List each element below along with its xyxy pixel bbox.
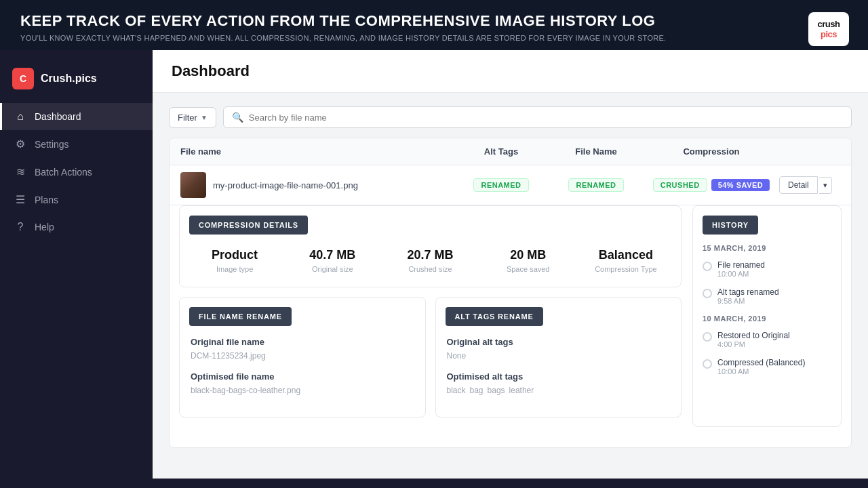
sidebar-brand: C Crush.pics bbox=[0, 58, 153, 103]
filter-button[interactable]: Filter ▼ bbox=[169, 107, 216, 128]
compression-section: COMPRESSION DETAILS Product Image type 4… bbox=[179, 205, 682, 427]
banner-title: KEEP TRACK OF EVERY ACTION FROM THE COMP… bbox=[20, 12, 848, 30]
plans-icon: ☰ bbox=[14, 193, 26, 206]
detail-button[interactable]: Detail bbox=[779, 176, 818, 194]
compression-stats: Product Image type 40.7 MB Original size… bbox=[180, 235, 681, 287]
logo-text-bottom: pics bbox=[821, 29, 837, 39]
stat-image-type: Product Image type bbox=[189, 248, 280, 273]
stat-compression-type: Balanced Compression Type bbox=[580, 248, 671, 273]
history-entry: Alt tags renamed 9:58 AM bbox=[703, 287, 831, 305]
sidebar-item-label: Batch Actions bbox=[35, 167, 92, 178]
history-dot bbox=[703, 332, 712, 342]
home-icon: ⌂ bbox=[14, 110, 26, 123]
sidebar-nav: ⌂ Dashboard ⚙ Settings ≋ Batch Actions ☰… bbox=[0, 103, 153, 241]
alt-tags-panel: ALT TAGS RENAME Original alt tags None O… bbox=[435, 297, 682, 418]
history-entry: Compressed (Balanced) 10:00 AM bbox=[703, 358, 831, 375]
alt-tags-values: black bag bags leather bbox=[447, 386, 671, 395]
file-table: File name Alt Tags File Name Compression… bbox=[169, 138, 852, 448]
rename-panels: FILE NAME RENAME Original file name DCM-… bbox=[179, 297, 682, 427]
history-dot bbox=[703, 289, 712, 298]
compression-panel: COMPRESSION DETAILS Product Image type 4… bbox=[179, 205, 682, 287]
history-header: HISTORY bbox=[703, 216, 758, 235]
compression-panel-header: COMPRESSION DETAILS bbox=[189, 216, 308, 235]
search-input[interactable] bbox=[249, 113, 843, 123]
expanded-details: COMPRESSION DETAILS Product Image type 4… bbox=[170, 205, 851, 447]
table-header: File name Alt Tags File Name Compression bbox=[170, 138, 851, 165]
history-entry: Restored to Original 4:00 PM bbox=[703, 331, 831, 348]
col-action bbox=[779, 146, 840, 157]
file-rename-header: FILE NAME RENAME bbox=[189, 307, 292, 326]
file-name-badge-cell: RENAMED bbox=[549, 178, 644, 192]
logo-text-top: crush bbox=[818, 19, 840, 29]
table-row: my-product-image-file-name-001.png RENAM… bbox=[170, 165, 851, 205]
sidebar-item-plans[interactable]: ☰ Plans bbox=[0, 186, 153, 214]
history-dot bbox=[703, 262, 712, 271]
search-box: 🔍 bbox=[223, 106, 852, 128]
logo: crush pics bbox=[808, 12, 849, 46]
history-dot bbox=[703, 359, 712, 369]
sidebar-item-batch-actions[interactable]: ≋ Batch Actions bbox=[0, 158, 153, 186]
help-icon: ? bbox=[14, 221, 26, 233]
col-alt-tags: Alt Tags bbox=[454, 146, 549, 157]
filter-bar: Filter ▼ 🔍 bbox=[169, 106, 852, 128]
sidebar-item-dashboard[interactable]: ⌂ Dashboard bbox=[0, 103, 153, 130]
sidebar-item-help[interactable]: ? Help bbox=[0, 214, 153, 241]
saved-badge: 54% SAVED bbox=[711, 179, 770, 191]
col-compression: Compression bbox=[644, 146, 779, 157]
chevron-down-icon: ▼ bbox=[201, 114, 208, 121]
search-icon: 🔍 bbox=[232, 112, 243, 123]
sidebar-item-label: Help bbox=[35, 222, 54, 232]
stat-crushed-size: 20.7 MB Crushed size bbox=[384, 248, 475, 273]
history-content: 15 MARCH, 2019 File renamed 10:00 AM bbox=[693, 235, 841, 394]
detail-caret-button[interactable]: ▾ bbox=[819, 177, 832, 194]
stat-space-saved: 20 MB Space saved bbox=[483, 248, 574, 273]
file-rename-panel: FILE NAME RENAME Original file name DCM-… bbox=[179, 297, 426, 418]
dashboard-body: Filter ▼ 🔍 File name Alt Tags File Name … bbox=[153, 93, 868, 462]
brand-icon: C bbox=[12, 68, 34, 89]
batch-icon: ≋ bbox=[14, 165, 26, 178]
dashboard-header: Dashboard bbox=[153, 50, 868, 93]
sidebar-item-label: Plans bbox=[35, 195, 58, 205]
settings-icon: ⚙ bbox=[14, 138, 26, 150]
alt-tags-cell: RENAMED bbox=[454, 178, 549, 192]
main-content: Dashboard Filter ▼ 🔍 File name Alt Tags bbox=[153, 50, 868, 479]
banner-subtitle: YOU'LL KNOW EXACTLY WHAT'S HAPPENED AND … bbox=[20, 34, 848, 42]
stat-original-size: 40.7 MB Original size bbox=[287, 248, 378, 273]
col-file-name: File Name bbox=[549, 146, 644, 157]
page-title: Dashboard bbox=[172, 62, 849, 80]
alt-tags-header: ALT TAGS RENAME bbox=[446, 307, 543, 326]
file-name-badge: RENAMED bbox=[568, 178, 623, 192]
crushed-badge: CRUSHED bbox=[653, 178, 707, 192]
file-thumbnail bbox=[180, 172, 206, 198]
history-panel: HISTORY 15 MARCH, 2019 File renamed 10:0… bbox=[692, 205, 842, 427]
sidebar-item-label: Settings bbox=[35, 139, 69, 150]
col-filename: File name bbox=[180, 146, 454, 157]
sidebar-item-label: Dashboard bbox=[35, 111, 81, 122]
sidebar-item-settings[interactable]: ⚙ Settings bbox=[0, 130, 153, 158]
top-banner: KEEP TRACK OF EVERY ACTION FROM THE COMP… bbox=[0, 0, 868, 50]
action-cell: Detail ▾ bbox=[779, 176, 840, 194]
compression-cell: CRUSHED 54% SAVED bbox=[644, 178, 779, 192]
file-name-text: my-product-image-file-name-001.png bbox=[213, 180, 358, 190]
sidebar: C Crush.pics ⌂ Dashboard ⚙ Settings ≋ Ba… bbox=[0, 50, 153, 479]
history-section: HISTORY 15 MARCH, 2019 File renamed 10:0… bbox=[692, 205, 842, 427]
history-entry: File renamed 10:00 AM bbox=[703, 260, 831, 278]
alt-tags-badge: RENAMED bbox=[473, 178, 528, 192]
brand-name: Crush.pics bbox=[41, 73, 97, 85]
file-cell: my-product-image-file-name-001.png bbox=[180, 172, 454, 198]
